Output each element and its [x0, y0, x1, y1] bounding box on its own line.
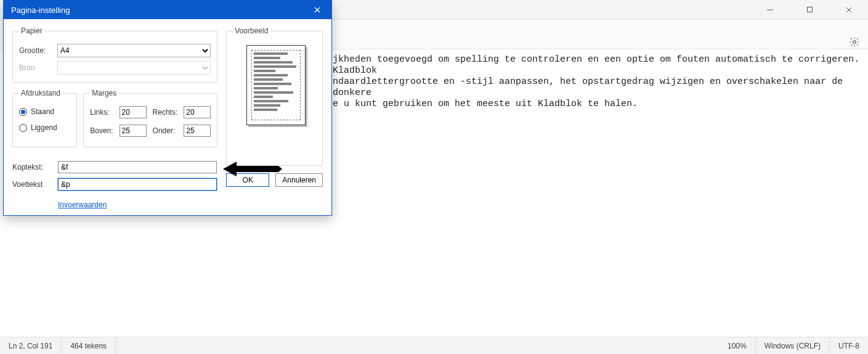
status-bar: Ln 2, Col 191 464 tekens 100% Windows (C…	[0, 337, 868, 354]
paper-size-label: Grootte:	[19, 46, 54, 55]
status-eol[interactable]: Windows (CRLF)	[756, 337, 830, 354]
radio-checked-icon	[19, 108, 27, 116]
paper-source-select	[57, 61, 211, 75]
svg-point-4	[853, 40, 856, 43]
cancel-button[interactable]: Annuleren	[275, 173, 323, 187]
paper-legend: Papier	[19, 27, 44, 35]
margin-left-input[interactable]	[120, 106, 147, 118]
minimize-button[interactable]	[756, 0, 784, 20]
paper-group: Papier Grootte: A4 Bron	[12, 27, 217, 83]
page-preview	[246, 45, 306, 125]
status-char-count: 464 tekens	[62, 337, 116, 354]
preview-legend: Voorbeeld	[233, 27, 270, 35]
header-label: Koptekst:	[12, 163, 54, 171]
margin-left-label: Links:	[90, 108, 113, 117]
orientation-portrait-radio[interactable]: Staand	[19, 107, 70, 116]
margin-bottom-label: Onder:	[153, 126, 178, 135]
radio-unchecked-icon	[19, 124, 27, 132]
margin-top-label: Boven:	[90, 126, 113, 135]
orientation-landscape-label: Liggend	[31, 123, 57, 132]
paper-source-label: Bron	[19, 64, 54, 72]
margin-right-input[interactable]	[184, 106, 211, 118]
status-position: Ln 2, Col 191	[0, 337, 62, 354]
orientation-legend: Afdrukstand	[19, 89, 62, 97]
dialog-close-button[interactable]	[308, 1, 327, 19]
preview-group: Voorbeeld	[226, 27, 323, 166]
dialog-title-text: Pagina-instelling	[11, 6, 308, 15]
input-values-link[interactable]: Invoerwaarden	[58, 200, 217, 209]
dialog-titlebar[interactable]: Pagina-instelling	[4, 1, 331, 19]
footer-label: Voettekst	[12, 180, 54, 189]
maximize-button[interactable]	[795, 0, 824, 20]
annotation-arrow-icon	[223, 162, 282, 176]
margins-group: Marges Links: Rechts: Boven: Onder:	[83, 89, 217, 147]
page-setup-dialog: Pagina-instelling Papier Grootte: A4 Bro…	[3, 0, 332, 216]
margins-legend: Marges	[90, 89, 118, 97]
header-input[interactable]	[58, 161, 217, 173]
margin-right-label: Rechts:	[153, 108, 178, 117]
footer-input[interactable]	[58, 178, 217, 191]
paper-size-select[interactable]: A4	[57, 44, 211, 57]
margin-bottom-input[interactable]	[184, 125, 211, 137]
close-button[interactable]	[835, 0, 863, 20]
settings-button[interactable]	[846, 33, 863, 51]
svg-marker-7	[223, 162, 282, 176]
svg-rect-1	[807, 7, 812, 12]
orientation-landscape-radio[interactable]: Liggend	[19, 123, 70, 132]
status-encoding[interactable]: UTF-8	[830, 337, 868, 354]
margin-top-input[interactable]	[120, 125, 147, 137]
status-zoom[interactable]: 100%	[719, 337, 756, 354]
orientation-group: Afdrukstand Staand Liggend	[12, 89, 77, 147]
orientation-portrait-label: Staand	[31, 107, 54, 116]
